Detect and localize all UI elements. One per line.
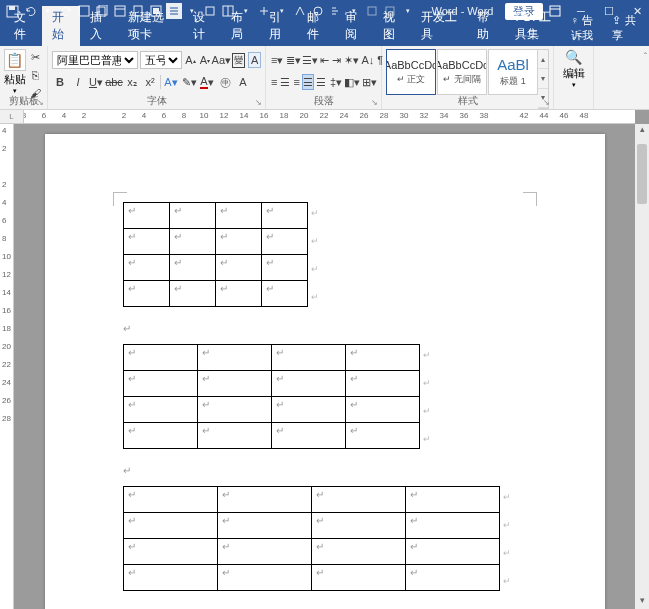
table-cell[interactable]: ↵: [123, 229, 169, 255]
align-justify-icon[interactable]: ☰: [302, 74, 314, 90]
styles-launcher[interactable]: ↘: [543, 98, 550, 107]
tellme-button[interactable]: ♀ 告诉我: [571, 13, 603, 43]
qat-icon-8[interactable]: [256, 3, 272, 19]
table-cell[interactable]: ↵: [405, 487, 499, 513]
undo-more-icon[interactable]: ▾: [40, 3, 56, 19]
superscript-button[interactable]: x²: [142, 74, 158, 90]
table-cell[interactable]: ↵: [271, 371, 345, 397]
ruler-vertical[interactable]: 42246810121416182022242628: [0, 124, 14, 609]
style-normal[interactable]: AaBbCcDd ↵ 正文: [386, 49, 436, 95]
qat-icon-6[interactable]: [202, 3, 218, 19]
change-case-icon[interactable]: Aa▾: [213, 52, 229, 68]
distribute-icon[interactable]: ☰: [315, 74, 327, 90]
qat-customize-icon[interactable]: ▾: [400, 3, 416, 19]
qat-icon-1[interactable]: [76, 3, 92, 19]
paragraph-launcher[interactable]: ↘: [371, 98, 378, 107]
table-cell[interactable]: ↵: [261, 255, 307, 281]
qat-icon-4[interactable]: [130, 3, 146, 19]
bullets-icon[interactable]: ≡▾: [270, 52, 284, 68]
table-row[interactable]: ↵↵↵↵: [123, 345, 419, 371]
asian-layout-icon[interactable]: ✶▾: [343, 52, 359, 68]
copy-icon[interactable]: ⎘: [28, 67, 44, 83]
align-right-icon[interactable]: ≡: [292, 74, 300, 90]
bold-button[interactable]: B: [52, 74, 68, 90]
table-cell[interactable]: ↵: [123, 281, 169, 307]
table-row[interactable]: ↵↵↵↵: [123, 397, 419, 423]
table-row[interactable]: ↵↵↵↵: [123, 487, 499, 513]
align-left-icon[interactable]: ≡: [270, 74, 278, 90]
qat-icon-3[interactable]: [112, 3, 128, 19]
doc-table[interactable]: ↵↵↵↵↵↵↵↵↵↵↵↵↵↵↵↵: [123, 344, 420, 449]
table-cell[interactable]: ↵: [345, 371, 419, 397]
reading-layout-icon[interactable]: [166, 3, 182, 19]
table-cell[interactable]: ↵: [405, 565, 499, 591]
grow-font-icon[interactable]: A▴: [184, 52, 197, 68]
table-cell[interactable]: ↵: [197, 371, 271, 397]
editing-button[interactable]: 🔍 编辑 ▾: [563, 49, 585, 89]
numbering-icon[interactable]: ≣▾: [285, 52, 301, 68]
italic-button[interactable]: I: [70, 74, 86, 90]
table-cell[interactable]: ↵: [405, 513, 499, 539]
text-effects-icon[interactable]: A▾: [163, 74, 179, 90]
font-size-select[interactable]: 五号: [140, 51, 182, 69]
table-cell[interactable]: ↵: [123, 255, 169, 281]
font-name-select[interactable]: 阿里巴巴普惠: [52, 51, 138, 69]
table-cell[interactable]: ↵: [169, 203, 215, 229]
indent-dec-icon[interactable]: ⇤: [319, 52, 330, 68]
scroll-up-icon[interactable]: ▴: [635, 124, 649, 138]
table-cell[interactable]: ↵: [217, 565, 311, 591]
table-cell[interactable]: ↵: [311, 487, 405, 513]
table-cell[interactable]: ↵: [123, 203, 169, 229]
scrollbar-vertical[interactable]: ▴ ▾: [635, 124, 649, 609]
table-cell[interactable]: ↵: [215, 281, 261, 307]
table-cell[interactable]: ↵: [261, 203, 307, 229]
redo-icon[interactable]: [58, 3, 74, 19]
char-border-icon[interactable]: A: [248, 52, 261, 68]
doc-table[interactable]: ↵↵↵↵↵↵↵↵↵↵↵↵↵↵↵↵: [123, 486, 500, 591]
table-cell[interactable]: ↵: [215, 203, 261, 229]
table-row[interactable]: ↵↵↵↵: [123, 371, 419, 397]
table-cell[interactable]: ↵: [123, 539, 217, 565]
tab-pdf[interactable]: PDF工具集: [505, 6, 570, 46]
table-cell[interactable]: ↵: [123, 371, 197, 397]
sort-icon[interactable]: A↓: [360, 52, 375, 68]
table-row[interactable]: ↵↵↵↵: [123, 255, 307, 281]
underline-button[interactable]: U▾: [88, 74, 104, 90]
scroll-thumb[interactable]: [637, 144, 647, 204]
line-spacing-icon[interactable]: ‡▾: [329, 74, 343, 90]
table-row[interactable]: ↵↵↵↵: [123, 423, 419, 449]
phonetic-icon[interactable]: 變: [231, 52, 246, 68]
gallery-down-icon[interactable]: ▾: [538, 69, 548, 88]
borders-icon[interactable]: ⊞▾: [361, 74, 377, 90]
qat-icon-11[interactable]: [328, 3, 344, 19]
table-cell[interactable]: ↵: [215, 255, 261, 281]
indent-inc-icon[interactable]: ⇥: [331, 52, 342, 68]
multilevel-icon[interactable]: ☰▾: [302, 52, 318, 68]
qat-more-2[interactable]: ▾: [274, 3, 290, 19]
highlight-icon[interactable]: ✎▾: [181, 74, 197, 90]
table-row[interactable]: ↵↵↵↵: [123, 565, 499, 591]
table-cell[interactable]: ↵: [345, 397, 419, 423]
table-row[interactable]: ↵↵↵↵: [123, 203, 307, 229]
table-cell[interactable]: ↵: [405, 539, 499, 565]
table-cell[interactable]: ↵: [169, 229, 215, 255]
save-icon[interactable]: [4, 3, 20, 19]
font-color-icon[interactable]: A▾: [199, 74, 215, 90]
minimize-button[interactable]: ─: [575, 5, 587, 18]
ruler-horizontal[interactable]: 8642246810121416182022242628303234363842…: [24, 110, 635, 124]
page[interactable]: ↵↵↵↵↵↵↵↵↵↵↵↵↵↵↵↵↵↵↵↵↵↵↵↵↵↵↵↵↵↵↵↵↵↵↵↵↵↵↵↵…: [45, 134, 605, 609]
gallery-up-icon[interactable]: ▴: [538, 50, 548, 69]
scroll-down-icon[interactable]: ▾: [635, 595, 649, 609]
qat-icon-12[interactable]: [364, 3, 380, 19]
table-row[interactable]: ↵↵↵↵: [123, 513, 499, 539]
table-cell[interactable]: ↵: [215, 229, 261, 255]
qat-more-1[interactable]: ▾: [238, 3, 254, 19]
table-cell[interactable]: ↵: [123, 513, 217, 539]
style-heading1[interactable]: AaBl 标题 1: [488, 49, 538, 95]
table-row[interactable]: ↵↵↵↵: [123, 539, 499, 565]
strike-button[interactable]: abc: [106, 74, 122, 90]
qat-icon-2[interactable]: [94, 3, 110, 19]
close-button[interactable]: ✕: [631, 5, 643, 18]
document-scroll[interactable]: ↵↵↵↵↵↵↵↵↵↵↵↵↵↵↵↵↵↵↵↵↵↵↵↵↵↵↵↵↵↵↵↵↵↵↵↵↵↵↵↵…: [14, 124, 635, 609]
align-center-icon[interactable]: ☰: [279, 74, 291, 90]
